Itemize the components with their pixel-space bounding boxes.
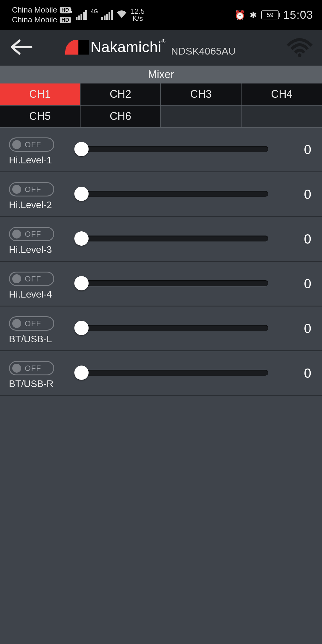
row-value: 0 (275, 276, 311, 291)
tab-ch4[interactable]: CH4 (242, 83, 322, 106)
slider-thumb-icon (74, 321, 89, 335)
status-signals: 4G 4G 12.5 K/s (65, 8, 145, 22)
slider-thumb-icon (74, 142, 89, 156)
tab-ch6[interactable]: CH6 (80, 106, 161, 128)
toggle-state: OFF (25, 364, 41, 373)
row-label: Hi.Level-4 (9, 289, 69, 300)
toggle-knob-icon (12, 319, 21, 328)
row-toggle[interactable]: OFF (9, 272, 54, 286)
row-slider[interactable] (76, 324, 268, 332)
alarm-icon: ⏰ (234, 10, 245, 20)
app-header: Nakamichi® NDSK4065AU (0, 30, 322, 66)
status-bar: China Mobile HD China Mobile HD 4G 4G 12… (0, 0, 322, 30)
toggle-state: OFF (25, 319, 41, 328)
row-label: Hi.Level-1 (9, 155, 69, 166)
mixer-row: OFF Hi.Level-1 0 (0, 128, 322, 172)
mixer-row: OFF BT/USB-L 0 (0, 306, 322, 351)
tab-empty (242, 106, 322, 128)
row-slider[interactable] (76, 280, 268, 287)
tab-ch2[interactable]: CH2 (80, 83, 161, 106)
net-label: 4G (91, 8, 98, 15)
row-label: BT/USB-L (9, 334, 69, 345)
tab-ch1[interactable]: CH1 (0, 83, 80, 106)
row-slider[interactable] (76, 235, 268, 242)
wifi-status-icon (116, 10, 127, 21)
row-toggle[interactable]: OFF (9, 361, 54, 375)
toggle-state: OFF (25, 274, 41, 284)
mixer-row: OFF Hi.Level-2 0 (0, 172, 322, 217)
row-value: 0 (275, 321, 311, 336)
svg-point-0 (298, 53, 301, 57)
mixer-row: OFF BT/USB-R 0 (0, 351, 322, 396)
row-value: 0 (275, 142, 311, 157)
row-toggle[interactable]: OFF (9, 316, 54, 331)
row-value: 0 (275, 232, 311, 247)
toggle-knob-icon (12, 185, 21, 194)
connection-icon (286, 37, 313, 59)
status-right: ⏰ ✱ 59 15:03 (234, 9, 313, 21)
carrier-2: China Mobile (12, 15, 57, 24)
brand-logo: Nakamichi® (65, 38, 165, 56)
toggle-knob-icon (12, 230, 21, 239)
row-toggle[interactable]: OFF (9, 227, 54, 241)
toggle-state: OFF (25, 185, 41, 194)
row-toggle[interactable]: OFF (9, 137, 54, 152)
logo-group: Nakamichi® NDSK4065AU (24, 38, 277, 57)
status-left: China Mobile HD China Mobile HD (12, 5, 71, 24)
tab-empty (161, 106, 242, 128)
row-toggle[interactable]: OFF (9, 182, 54, 196)
row-slider[interactable] (76, 369, 268, 376)
toggle-knob-icon (12, 364, 21, 373)
mixer-row: OFF Hi.Level-3 0 (0, 217, 322, 262)
row-value: 0 (275, 187, 311, 202)
tab-ch5[interactable]: CH5 (0, 106, 80, 128)
channel-tabs: CH1 CH2 CH3 CH4 CH5 CH6 (0, 83, 322, 128)
row-value: 0 (275, 366, 311, 381)
row-slider[interactable] (76, 190, 268, 197)
slider-thumb-icon (74, 366, 89, 380)
slider-thumb-icon (74, 231, 89, 246)
signal-icon (101, 10, 113, 20)
clock: 15:03 (283, 9, 313, 21)
tab-ch3[interactable]: CH3 (161, 83, 242, 106)
battery-icon: 59 (261, 10, 279, 19)
net-speed: 12.5 K/s (131, 8, 145, 22)
row-label: BT/USB-R (9, 378, 69, 389)
mixer-row: OFF Hi.Level-4 0 (0, 262, 322, 306)
carrier-1: China Mobile (12, 5, 57, 15)
row-slider[interactable] (76, 145, 268, 153)
toggle-state: OFF (25, 140, 41, 149)
model-label: NDSK4065AU (171, 45, 236, 57)
logo-mark-icon (65, 40, 89, 55)
toggle-knob-icon (12, 140, 21, 149)
slider-thumb-icon (74, 276, 89, 290)
signal-icon (76, 10, 87, 20)
brand-name: Nakamichi (90, 39, 161, 55)
net-label: 4G (65, 8, 72, 15)
row-label: Hi.Level-3 (9, 244, 69, 255)
section-title: Mixer (0, 66, 322, 83)
slider-thumb-icon (74, 187, 89, 201)
bluetooth-icon: ✱ (250, 10, 257, 20)
toggle-knob-icon (12, 274, 21, 283)
row-label: Hi.Level-2 (9, 199, 69, 210)
toggle-state: OFF (25, 230, 41, 239)
mixer-rows: OFF Hi.Level-1 0 OFF Hi.Level-2 0 OFF Hi… (0, 128, 322, 396)
